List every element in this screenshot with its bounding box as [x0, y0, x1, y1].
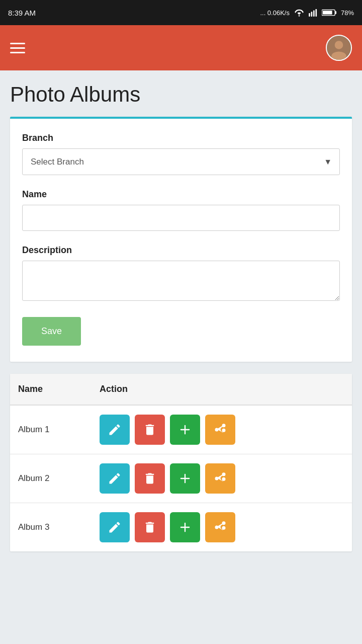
svg-rect-0: [309, 13, 310, 17]
avatar[interactable]: [326, 35, 352, 61]
share-button[interactable]: [205, 512, 235, 542]
edit-icon: [108, 471, 122, 486]
delete-button[interactable]: [135, 463, 165, 494]
app-header: [0, 25, 362, 70]
album-name-cell: Album 1: [10, 405, 92, 454]
table-row: Album 1: [10, 405, 352, 454]
delete-button[interactable]: [135, 512, 165, 542]
action-cell: [92, 405, 352, 454]
svg-rect-1: [311, 12, 313, 17]
signal-icon: [309, 9, 318, 17]
trash-icon: [143, 423, 157, 437]
branch-select[interactable]: Select Branch: [22, 148, 340, 175]
battery-percent: 78%: [341, 9, 354, 17]
branch-label: Branch: [22, 133, 340, 143]
edit-icon: [108, 520, 122, 534]
name-input[interactable]: [22, 205, 340, 231]
edit-icon: [108, 423, 122, 437]
share-button[interactable]: [205, 463, 235, 494]
menu-line-2: [10, 47, 25, 49]
menu-button[interactable]: [10, 43, 25, 53]
menu-line-3: [10, 52, 25, 53]
svg-rect-5: [335, 11, 336, 14]
edit-button[interactable]: [100, 415, 130, 445]
plus-icon: [178, 471, 192, 486]
delete-button[interactable]: [135, 415, 165, 445]
action-cell: [92, 454, 352, 503]
battery-icon: [322, 9, 337, 17]
albums-table-card: Name Action Album 1Album 2Album 3: [10, 374, 352, 551]
wifi-icon: [294, 9, 305, 17]
col-action-header: Action: [92, 374, 352, 405]
network-speed: ... 0.06K/s: [260, 9, 290, 17]
svg-rect-3: [315, 9, 317, 17]
table-header-row: Name Action: [10, 374, 352, 405]
add-button[interactable]: [170, 415, 200, 445]
action-cell: [92, 503, 352, 552]
branch-field: Select Branch ▼: [22, 148, 340, 175]
add-button[interactable]: [170, 512, 200, 542]
status-icons: ... 0.06K/s 78%: [260, 9, 354, 17]
name-label: Name: [22, 189, 340, 200]
svg-point-8: [335, 41, 343, 49]
album-name-cell: Album 2: [10, 454, 92, 503]
add-button[interactable]: [170, 463, 200, 494]
share-icon: [213, 471, 227, 486]
share-icon: [213, 520, 227, 534]
table-row: Album 3: [10, 503, 352, 552]
status-bar: 8:39 AM ... 0.06K/s 78%: [0, 0, 362, 25]
col-name-header: Name: [10, 374, 92, 405]
share-button[interactable]: [205, 415, 235, 445]
avatar-image: [327, 35, 351, 61]
description-input[interactable]: [22, 261, 340, 301]
plus-icon: [178, 520, 192, 534]
edit-button[interactable]: [100, 512, 130, 542]
trash-icon: [143, 471, 157, 486]
form-card: Branch Select Branch ▼ Name Description …: [10, 117, 352, 362]
svg-rect-2: [313, 11, 315, 17]
share-icon: [213, 423, 227, 437]
page-title: Photo Albums: [10, 83, 352, 107]
description-label: Description: [22, 245, 340, 256]
svg-point-9: [331, 51, 346, 60]
page-content: Photo Albums Branch Select Branch ▼ Name…: [0, 70, 362, 564]
svg-rect-6: [323, 11, 332, 15]
time-display: 8:39 AM: [8, 9, 36, 17]
plus-icon: [178, 423, 192, 437]
trash-icon: [143, 520, 157, 534]
table-row: Album 2: [10, 454, 352, 503]
menu-line-1: [10, 43, 25, 44]
albums-table: Name Action Album 1Album 2Album 3: [10, 374, 352, 551]
album-name-cell: Album 3: [10, 503, 92, 552]
save-button[interactable]: Save: [22, 317, 81, 346]
status-time: 8:39 AM: [8, 9, 36, 17]
edit-button[interactable]: [100, 463, 130, 494]
